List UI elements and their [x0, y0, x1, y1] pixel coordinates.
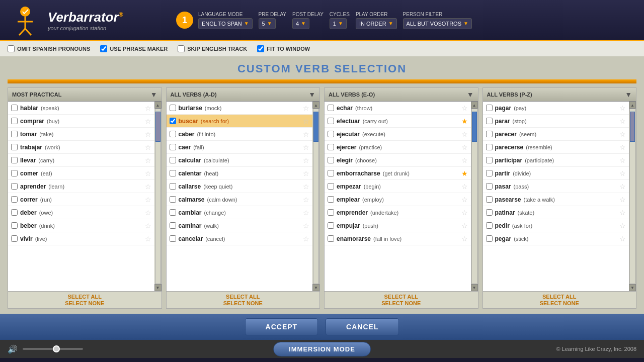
verb-checkbox[interactable] — [11, 118, 18, 124]
cycles-select[interactable]: 1 ▼ — [330, 18, 347, 29]
verb-checkbox[interactable] — [170, 157, 176, 163]
scrollbar-col2[interactable]: ▲ ▼ — [312, 102, 319, 291]
list-item[interactable]: patinar(skate)☆ — [483, 206, 629, 219]
verb-checkbox[interactable] — [170, 170, 176, 176]
scroll-thumb[interactable] — [155, 112, 160, 142]
list-item[interactable]: cambiar(change)☆ — [167, 206, 313, 219]
fit-window-checkbox[interactable] — [257, 45, 264, 52]
star-icon[interactable]: ☆ — [461, 183, 468, 191]
verb-checkbox[interactable] — [328, 118, 334, 124]
skip-english-checkbox[interactable] — [178, 45, 185, 52]
star-icon[interactable]: ☆ — [461, 104, 468, 112]
verb-checkbox[interactable] — [170, 118, 176, 124]
verb-checkbox[interactable] — [170, 131, 176, 137]
cancel-button[interactable]: CANCEL — [326, 318, 399, 335]
scroll-up-btn[interactable]: ▲ — [312, 102, 319, 109]
verb-checkbox[interactable] — [170, 209, 176, 216]
star-icon[interactable]: ☆ — [619, 209, 626, 217]
list-item[interactable]: participar(participate)☆ — [483, 154, 629, 167]
list-item[interactable]: deber(owe)☆ — [8, 206, 154, 219]
star-icon[interactable]: ☆ — [619, 196, 626, 204]
list-item[interactable]: ejercer(practice)☆ — [325, 141, 471, 154]
list-item[interactable]: comprar(buy)☆ — [8, 115, 154, 128]
list-item[interactable]: cancelar(cancel)☆ — [167, 232, 313, 245]
list-item[interactable]: comer(eat)☆ — [8, 167, 154, 180]
immersion-mode-button[interactable]: IMMERSION MODE — [273, 342, 371, 356]
list-item[interactable]: calentar(heat)☆ — [167, 167, 313, 180]
star-icon[interactable]: ☆ — [461, 156, 468, 164]
star-icon[interactable]: ☆ — [145, 130, 151, 138]
scroll-up-btn[interactable]: ▲ — [154, 102, 162, 109]
verb-checkbox[interactable] — [170, 144, 176, 150]
list-item[interactable]: elegir(choose)☆ — [325, 154, 471, 167]
select-all-link[interactable]: SELECT ALL — [384, 294, 418, 300]
phrase-maker-checkbox[interactable] — [100, 45, 107, 52]
list-item[interactable]: trabajar(work)☆ — [8, 141, 154, 154]
list-item[interactable]: caminar(walk)☆ — [167, 219, 313, 232]
list-item[interactable]: pasar(pass)☆ — [483, 180, 629, 193]
omit-pronouns-checkbox[interactable] — [8, 45, 15, 52]
list-item[interactable]: calcular(calculate)☆ — [167, 154, 313, 167]
scroll-down-btn[interactable]: ▼ — [154, 284, 162, 291]
star-icon[interactable]: ☆ — [619, 169, 626, 177]
star-icon[interactable]: ☆ — [619, 235, 626, 243]
language-mode-select[interactable]: ENGL TO SPAN ▼ — [198, 18, 253, 29]
star-icon[interactable]: ☆ — [303, 117, 309, 125]
verb-checkbox[interactable] — [486, 144, 493, 150]
star-icon[interactable]: ☆ — [145, 183, 151, 191]
list-item[interactable]: caer(fall)☆ — [167, 141, 313, 154]
verb-checkbox[interactable] — [486, 105, 493, 111]
scroll-up-btn[interactable]: ▲ — [471, 102, 478, 109]
list-item[interactable]: emplear(employ)☆ — [325, 193, 471, 206]
star-icon[interactable]: ★ — [461, 117, 468, 125]
list-item[interactable]: correr(run)☆ — [8, 193, 154, 206]
select-none-link[interactable]: SELECT NONE — [65, 300, 104, 306]
list-item[interactable]: partir(divide)☆ — [483, 167, 629, 180]
star-icon[interactable]: ☆ — [145, 117, 151, 125]
verb-checkbox[interactable] — [328, 183, 334, 190]
star-icon[interactable]: ☆ — [619, 183, 626, 191]
star-icon[interactable]: ☆ — [303, 104, 309, 112]
list-item[interactable]: parecerse(resemble)☆ — [483, 141, 629, 154]
most-practical-header[interactable]: MOST PRACTICAL ▼ — [8, 88, 162, 102]
scrollbar-col4[interactable]: ▲ ▼ — [629, 102, 636, 291]
verb-checkbox[interactable] — [486, 183, 493, 190]
verb-checkbox[interactable] — [11, 105, 18, 111]
scroll-down-btn[interactable]: ▼ — [312, 284, 319, 291]
star-icon[interactable]: ☆ — [303, 130, 309, 138]
verb-checkbox[interactable] — [170, 235, 176, 242]
verb-checkbox[interactable] — [11, 157, 18, 163]
list-item[interactable]: emprender(undertake)☆ — [325, 206, 471, 219]
all-verbs-pz-header[interactable]: ALL VERBS (P-Z) ▼ — [483, 88, 636, 102]
verb-checkbox[interactable] — [486, 131, 493, 137]
star-icon[interactable]: ☆ — [619, 143, 626, 151]
verb-checkbox[interactable] — [486, 170, 493, 176]
star-icon[interactable]: ☆ — [461, 196, 468, 204]
volume-slider[interactable] — [23, 348, 83, 350]
volume-thumb[interactable] — [53, 345, 60, 352]
star-icon[interactable]: ☆ — [145, 209, 151, 217]
verb-checkbox[interactable] — [11, 170, 18, 176]
star-icon[interactable]: ☆ — [145, 143, 151, 151]
verb-checkbox[interactable] — [11, 144, 18, 150]
star-icon[interactable]: ☆ — [619, 130, 626, 138]
verb-checkbox[interactable] — [170, 183, 176, 190]
play-order-select[interactable]: IN ORDER ▼ — [356, 18, 397, 29]
list-item[interactable]: calmarse(calm down)☆ — [167, 193, 313, 206]
verb-checkbox[interactable] — [11, 209, 18, 216]
scroll-down-btn[interactable]: ▼ — [629, 284, 636, 291]
select-all-link[interactable]: SELECT ALL — [542, 294, 576, 300]
list-item[interactable]: aprender(learn)☆ — [8, 180, 154, 193]
star-icon[interactable]: ☆ — [145, 235, 151, 243]
verb-checkbox[interactable] — [170, 222, 176, 229]
list-item[interactable]: echar(throw)☆ — [325, 102, 471, 115]
verb-checkbox[interactable] — [170, 105, 176, 111]
list-item[interactable]: emborracharse(get drunk)★ — [325, 167, 471, 180]
verb-checkbox[interactable] — [328, 196, 334, 203]
star-icon[interactable]: ☆ — [619, 222, 626, 230]
select-all-link[interactable]: SELECT ALL — [68, 294, 102, 300]
scroll-up-btn[interactable]: ▲ — [629, 102, 636, 109]
list-item[interactable]: vivir(live)☆ — [8, 232, 154, 245]
verb-checkbox[interactable] — [328, 144, 334, 150]
verb-checkbox[interactable] — [11, 235, 18, 242]
